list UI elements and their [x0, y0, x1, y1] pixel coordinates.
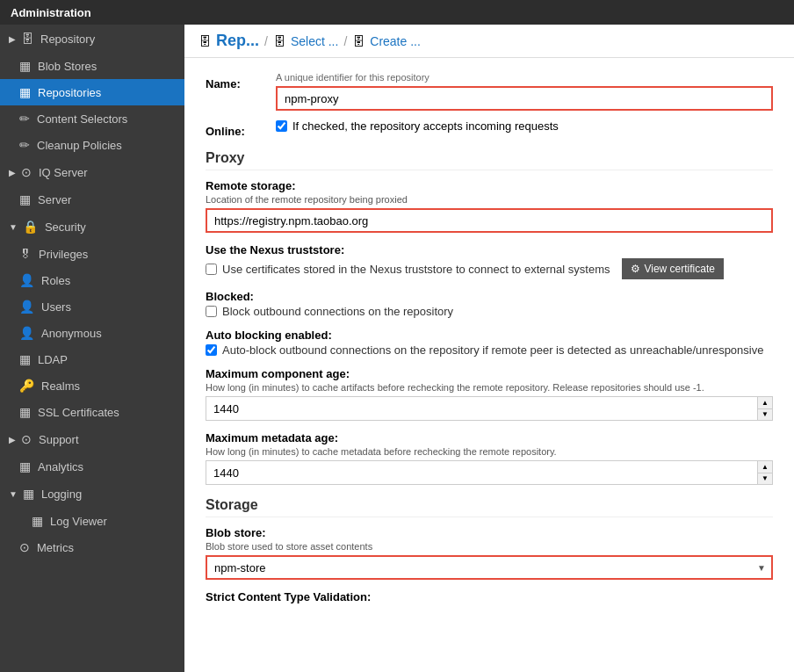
sidebar-item-logging[interactable]: ▼ ▦ Logging	[0, 480, 184, 508]
server-icon: ▦	[19, 192, 31, 206]
sidebar-label-realms: Realms	[41, 379, 80, 393]
sidebar-label-repository: Repository	[40, 33, 95, 46]
view-certificate-button[interactable]: ⚙ View certificate	[622, 258, 723, 279]
blocked-group: Blocked: Block outbound connections on t…	[206, 290, 773, 318]
online-value-container: If checked, the repository accepts incom…	[276, 119, 773, 133]
max-metadata-age-input[interactable]	[206, 463, 757, 483]
max-metadata-age-hint: How long (in minutes) to cache metadata …	[206, 446, 773, 457]
online-label: Online:	[206, 119, 276, 138]
security-icon: 🔒	[23, 220, 38, 234]
metrics-icon: ⊙	[19, 540, 30, 554]
max-component-age-label: Maximum component age:	[206, 367, 773, 380]
auto-blocking-checkbox[interactable]	[206, 344, 217, 356]
max-component-age-arrows: ▲ ▼	[757, 397, 772, 420]
sidebar-item-ssl-certificates[interactable]: ▦ SSL Certificates	[0, 399, 184, 425]
blocked-checkbox[interactable]	[206, 306, 217, 317]
auto-blocking-hint: Auto-block outbound connections on the r…	[222, 343, 763, 357]
sidebar-label-privileges: Privileges	[39, 248, 88, 261]
support-chevron: ▶	[9, 435, 16, 444]
max-metadata-age-down[interactable]: ▼	[758, 473, 772, 485]
sidebar-item-roles[interactable]: 👤 Roles	[0, 267, 184, 293]
breadcrumb-part3[interactable]: Create ...	[370, 34, 421, 48]
blocked-row: Block outbound connections on the reposi…	[206, 305, 773, 318]
sidebar-item-blob-stores[interactable]: ▦ Blob Stores	[0, 53, 184, 79]
blob-store-select[interactable]: npm-store	[206, 555, 773, 580]
breadcrumb: 🗄 Rep... / 🗄 Select ... / 🗄 Create ...	[184, 25, 794, 58]
repository-icon: 🗄	[21, 32, 33, 46]
app-header: Administration	[0, 0, 794, 25]
gear-icon: ⚙	[631, 263, 640, 275]
nexus-truststore-checkbox[interactable]	[206, 264, 217, 275]
cleanup-policies-icon: ✏	[19, 138, 30, 152]
ssl-icon: ▦	[19, 405, 31, 419]
sidebar-item-realms[interactable]: 🔑 Realms	[0, 372, 184, 399]
sidebar-item-repository[interactable]: ▶ 🗄 Repository	[0, 25, 184, 53]
roles-icon: 👤	[19, 273, 34, 287]
nexus-truststore-hint: Use certificates stored in the Nexus tru…	[222, 263, 610, 276]
blob-store-select-wrapper: npm-store ▼	[206, 555, 773, 580]
blob-stores-icon: ▦	[19, 59, 31, 73]
sidebar-item-ldap[interactable]: ▦ LDAP	[0, 346, 184, 372]
max-component-age-down[interactable]: ▼	[758, 409, 772, 421]
breadcrumb-icon3: 🗄	[352, 34, 365, 48]
max-component-age-wrapper: ▲ ▼	[206, 396, 773, 421]
breadcrumb-icon1: 🗄	[198, 34, 211, 48]
sidebar-label-anonymous: Anonymous	[41, 327, 102, 340]
sidebar-label-ldap: LDAP	[38, 353, 68, 366]
sidebar-item-security[interactable]: ▼ 🔒 Security	[0, 213, 184, 241]
max-component-age-hint: How long (in minutes) to cache artifacts…	[206, 382, 773, 393]
repository-chevron: ▶	[9, 34, 16, 44]
max-metadata-age-up[interactable]: ▲	[758, 461, 772, 473]
realms-icon: 🔑	[19, 379, 34, 393]
auto-blocking-row: Auto-block outbound connections on the r…	[206, 343, 773, 357]
name-hint: A unique identifier for this repository	[276, 72, 773, 83]
sidebar-item-log-viewer[interactable]: ▦ Log Viewer	[0, 508, 184, 534]
privileges-icon: 🎖	[19, 247, 32, 261]
online-checkbox[interactable]	[276, 120, 287, 132]
name-row: Name: A unique identifier for this repos…	[206, 72, 773, 111]
sidebar-label-ssl-certificates: SSL Certificates	[38, 406, 119, 419]
max-metadata-age-wrapper: ▲ ▼	[206, 460, 773, 485]
sidebar-item-metrics[interactable]: ⊙ Metrics	[0, 534, 184, 560]
sidebar-item-iq-server[interactable]: ▶ ⊙ IQ Server	[0, 158, 184, 186]
sidebar-item-analytics[interactable]: ▦ Analytics	[0, 453, 184, 480]
sidebar-item-content-selectors[interactable]: ✏ Content Selectors	[0, 105, 184, 132]
sidebar-item-repositories[interactable]: ▦ Repositories	[0, 79, 184, 105]
sidebar-item-cleanup-policies[interactable]: ✏ Cleanup Policies	[0, 132, 184, 158]
sidebar-item-users[interactable]: 👤 Users	[0, 293, 184, 320]
max-metadata-age-label: Maximum metadata age:	[206, 431, 773, 444]
sidebar-label-logging: Logging	[41, 488, 82, 501]
sidebar-label-users: Users	[41, 300, 71, 314]
breadcrumb-part1: Rep...	[216, 32, 259, 50]
blocked-hint: Block outbound connections on the reposi…	[222, 305, 453, 318]
anonymous-icon: 👤	[19, 326, 34, 340]
auto-blocking-label: Auto blocking enabled:	[206, 329, 773, 342]
sidebar-item-support[interactable]: ▶ ⊙ Support	[0, 425, 184, 453]
sidebar-label-roles: Roles	[41, 274, 70, 287]
logging-chevron: ▼	[9, 489, 18, 499]
remote-storage-group: Remote storage: Location of the remote r…	[206, 179, 773, 233]
max-component-age-input[interactable]	[206, 399, 757, 419]
blob-store-label: Blob store:	[206, 526, 773, 539]
iq-server-chevron: ▶	[9, 168, 16, 177]
name-input[interactable]	[276, 86, 773, 111]
content-area: 🗄 Rep... / 🗄 Select ... / 🗄 Create ... N…	[184, 25, 794, 672]
breadcrumb-part2[interactable]: Select ...	[291, 34, 338, 48]
max-metadata-age-group: Maximum metadata age: How long (in minut…	[206, 431, 773, 485]
remote-storage-input[interactable]	[206, 208, 773, 233]
strict-content-group: Strict Content Type Validation:	[206, 590, 773, 603]
sidebar-label-support: Support	[39, 433, 79, 446]
support-icon: ⊙	[21, 432, 32, 446]
sidebar-item-anonymous[interactable]: 👤 Anonymous	[0, 320, 184, 346]
logging-icon: ▦	[23, 487, 34, 501]
sidebar-label-repositories: Repositories	[38, 86, 101, 99]
nexus-truststore-label: Use the Nexus truststore:	[206, 243, 773, 257]
strict-content-label: Strict Content Type Validation:	[206, 590, 773, 603]
analytics-icon: ▦	[19, 459, 31, 473]
sidebar-item-server[interactable]: ▦ Server	[0, 186, 184, 213]
breadcrumb-sep2: /	[343, 34, 347, 48]
blob-store-group: Blob store: Blob store used to store ass…	[206, 526, 773, 580]
max-component-age-up[interactable]: ▲	[758, 397, 772, 409]
sidebar-item-privileges[interactable]: 🎖 Privileges	[0, 241, 184, 267]
header-title: Administration	[11, 6, 91, 19]
